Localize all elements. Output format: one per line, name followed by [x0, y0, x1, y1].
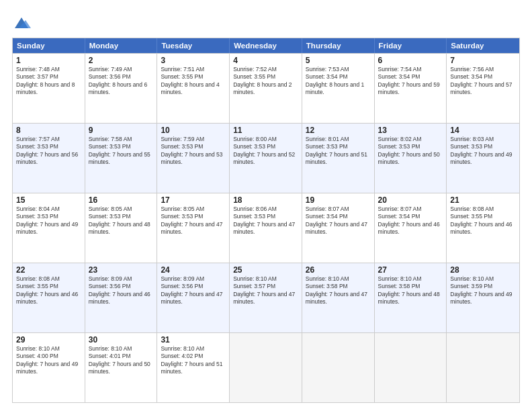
cell-info: Sunrise: 8:10 AM Sunset: 3:59 PM Dayligh… — [450, 275, 512, 305]
day-number: 16 — [89, 195, 154, 205]
calendar-body: 1Sunrise: 7:48 AM Sunset: 3:57 PM Daylig… — [13, 53, 519, 402]
cal-week-2: 8Sunrise: 7:57 AM Sunset: 3:53 PM Daylig… — [13, 123, 519, 193]
cal-cell-day-11: 11Sunrise: 8:00 AM Sunset: 3:53 PM Dayli… — [230, 124, 302, 193]
cell-info: Sunrise: 8:07 AM Sunset: 3:54 PM Dayligh… — [378, 205, 440, 235]
logo — [12, 13, 34, 32]
cell-info: Sunrise: 8:01 AM Sunset: 3:53 PM Dayligh… — [306, 136, 367, 165]
cal-cell-empty — [375, 333, 447, 402]
cell-info: Sunrise: 8:09 AM Sunset: 3:56 PM Dayligh… — [89, 275, 150, 305]
cell-info: Sunrise: 8:10 AM Sunset: 4:00 PM Dayligh… — [16, 345, 78, 375]
cal-cell-day-6: 6Sunrise: 7:54 AM Sunset: 3:54 PM Daylig… — [375, 54, 447, 123]
cal-cell-day-13: 13Sunrise: 8:02 AM Sunset: 3:53 PM Dayli… — [375, 124, 447, 193]
day-number: 3 — [161, 56, 226, 65]
cal-header-saturday: Saturday — [447, 38, 519, 53]
cal-cell-day-16: 16Sunrise: 8:05 AM Sunset: 3:53 PM Dayli… — [85, 193, 158, 263]
cal-week-1: 1Sunrise: 7:48 AM Sunset: 3:57 PM Daylig… — [13, 53, 519, 123]
cal-cell-day-25: 25Sunrise: 8:10 AM Sunset: 3:57 PM Dayli… — [230, 263, 302, 332]
cell-info: Sunrise: 7:53 AM Sunset: 3:54 PM Dayligh… — [306, 66, 364, 95]
cell-info: Sunrise: 7:56 AM Sunset: 3:54 PM Dayligh… — [450, 66, 512, 95]
cal-cell-day-1: 1Sunrise: 7:48 AM Sunset: 3:57 PM Daylig… — [13, 54, 85, 123]
day-number: 29 — [16, 335, 81, 345]
cal-header-tuesday: Tuesday — [157, 38, 230, 53]
day-number: 6 — [378, 56, 443, 65]
cal-cell-day-31: 31Sunrise: 8:10 AM Sunset: 4:02 PM Dayli… — [157, 333, 230, 402]
cell-info: Sunrise: 7:57 AM Sunset: 3:53 PM Dayligh… — [16, 136, 78, 165]
cal-cell-day-26: 26Sunrise: 8:10 AM Sunset: 3:58 PM Dayli… — [302, 263, 375, 332]
day-number: 14 — [450, 126, 516, 135]
cal-cell-day-10: 10Sunrise: 7:59 AM Sunset: 3:53 PM Dayli… — [157, 124, 230, 193]
cal-cell-day-20: 20Sunrise: 8:07 AM Sunset: 3:54 PM Dayli… — [375, 193, 447, 263]
day-number: 26 — [306, 265, 371, 275]
cal-week-3: 15Sunrise: 8:04 AM Sunset: 3:53 PM Dayli… — [13, 193, 519, 263]
cal-cell-day-8: 8Sunrise: 7:57 AM Sunset: 3:53 PM Daylig… — [13, 124, 85, 193]
day-number: 20 — [378, 195, 443, 205]
logo-icon — [12, 13, 31, 32]
day-number: 15 — [16, 195, 81, 205]
cal-week-4: 22Sunrise: 8:08 AM Sunset: 3:55 PM Dayli… — [13, 263, 519, 332]
cal-header-sunday: Sunday — [13, 38, 85, 53]
cal-cell-day-29: 29Sunrise: 8:10 AM Sunset: 4:00 PM Dayli… — [13, 333, 85, 402]
day-number: 17 — [161, 195, 226, 205]
cal-cell-day-4: 4Sunrise: 7:52 AM Sunset: 3:55 PM Daylig… — [230, 54, 302, 123]
cal-week-5: 29Sunrise: 8:10 AM Sunset: 4:00 PM Dayli… — [13, 332, 519, 402]
cal-cell-day-30: 30Sunrise: 8:10 AM Sunset: 4:01 PM Dayli… — [85, 333, 158, 402]
cal-cell-empty — [447, 333, 519, 402]
day-number: 11 — [233, 126, 298, 135]
cal-cell-day-2: 2Sunrise: 7:49 AM Sunset: 3:56 PM Daylig… — [85, 54, 158, 123]
cal-header-thursday: Thursday — [302, 38, 375, 53]
day-number: 13 — [378, 126, 443, 135]
cal-cell-day-12: 12Sunrise: 8:01 AM Sunset: 3:53 PM Dayli… — [302, 124, 375, 193]
cal-cell-day-28: 28Sunrise: 8:10 AM Sunset: 3:59 PM Dayli… — [447, 263, 519, 332]
cal-cell-day-14: 14Sunrise: 8:03 AM Sunset: 3:53 PM Dayli… — [447, 124, 519, 193]
day-number: 2 — [89, 56, 154, 65]
day-number: 25 — [233, 265, 298, 275]
cell-info: Sunrise: 8:07 AM Sunset: 3:54 PM Dayligh… — [306, 205, 367, 235]
cell-info: Sunrise: 8:10 AM Sunset: 3:58 PM Dayligh… — [378, 275, 440, 305]
cell-info: Sunrise: 7:49 AM Sunset: 3:56 PM Dayligh… — [89, 66, 147, 95]
cal-cell-day-7: 7Sunrise: 7:56 AM Sunset: 3:54 PM Daylig… — [447, 54, 519, 123]
day-number: 7 — [450, 56, 516, 65]
cell-info: Sunrise: 8:10 AM Sunset: 3:57 PM Dayligh… — [233, 275, 295, 305]
cell-info: Sunrise: 8:08 AM Sunset: 3:55 PM Dayligh… — [16, 275, 78, 305]
cell-info: Sunrise: 7:48 AM Sunset: 3:57 PM Dayligh… — [16, 66, 75, 95]
cell-info: Sunrise: 8:05 AM Sunset: 3:53 PM Dayligh… — [89, 205, 150, 235]
day-number: 4 — [233, 56, 298, 65]
cell-info: Sunrise: 8:05 AM Sunset: 3:53 PM Dayligh… — [161, 205, 222, 235]
cell-info: Sunrise: 8:04 AM Sunset: 3:53 PM Dayligh… — [16, 205, 78, 235]
cell-info: Sunrise: 7:52 AM Sunset: 3:55 PM Dayligh… — [233, 66, 292, 95]
cell-info: Sunrise: 8:00 AM Sunset: 3:53 PM Dayligh… — [233, 136, 295, 165]
cal-header-friday: Friday — [375, 38, 447, 53]
cell-info: Sunrise: 8:06 AM Sunset: 3:53 PM Dayligh… — [233, 205, 295, 235]
cal-cell-day-19: 19Sunrise: 8:07 AM Sunset: 3:54 PM Dayli… — [302, 193, 375, 263]
day-number: 19 — [306, 195, 371, 205]
cal-cell-day-18: 18Sunrise: 8:06 AM Sunset: 3:53 PM Dayli… — [230, 193, 302, 263]
header — [12, 11, 520, 32]
cal-cell-day-21: 21Sunrise: 8:08 AM Sunset: 3:55 PM Dayli… — [447, 193, 519, 263]
cal-cell-day-24: 24Sunrise: 8:09 AM Sunset: 3:56 PM Dayli… — [157, 263, 230, 332]
cal-cell-day-27: 27Sunrise: 8:10 AM Sunset: 3:58 PM Dayli… — [375, 263, 447, 332]
cell-info: Sunrise: 8:10 AM Sunset: 4:01 PM Dayligh… — [89, 345, 150, 375]
day-number: 27 — [378, 265, 443, 275]
cal-cell-day-22: 22Sunrise: 8:08 AM Sunset: 3:55 PM Dayli… — [13, 263, 85, 332]
day-number: 30 — [89, 335, 154, 345]
day-number: 9 — [89, 126, 154, 135]
day-number: 5 — [306, 56, 371, 65]
cal-cell-empty — [230, 333, 302, 402]
cal-cell-day-5: 5Sunrise: 7:53 AM Sunset: 3:54 PM Daylig… — [302, 54, 375, 123]
cal-header-monday: Monday — [85, 38, 158, 53]
day-number: 12 — [306, 126, 371, 135]
day-number: 24 — [161, 265, 226, 275]
cell-info: Sunrise: 7:59 AM Sunset: 3:53 PM Dayligh… — [161, 136, 222, 165]
cell-info: Sunrise: 7:54 AM Sunset: 3:54 PM Dayligh… — [378, 66, 440, 95]
day-number: 28 — [450, 265, 516, 275]
day-number: 23 — [89, 265, 154, 275]
cell-info: Sunrise: 8:10 AM Sunset: 4:02 PM Dayligh… — [161, 345, 222, 375]
day-number: 18 — [233, 195, 298, 205]
cell-info: Sunrise: 8:03 AM Sunset: 3:53 PM Dayligh… — [450, 136, 512, 165]
calendar-header: SundayMondayTuesdayWednesdayThursdayFrid… — [13, 38, 519, 53]
day-number: 22 — [16, 265, 81, 275]
day-number: 10 — [161, 126, 226, 135]
cell-info: Sunrise: 7:51 AM Sunset: 3:55 PM Dayligh… — [161, 66, 219, 95]
calendar: SundayMondayTuesdayWednesdayThursdayFrid… — [12, 38, 520, 403]
cell-info: Sunrise: 8:08 AM Sunset: 3:55 PM Dayligh… — [450, 205, 512, 235]
